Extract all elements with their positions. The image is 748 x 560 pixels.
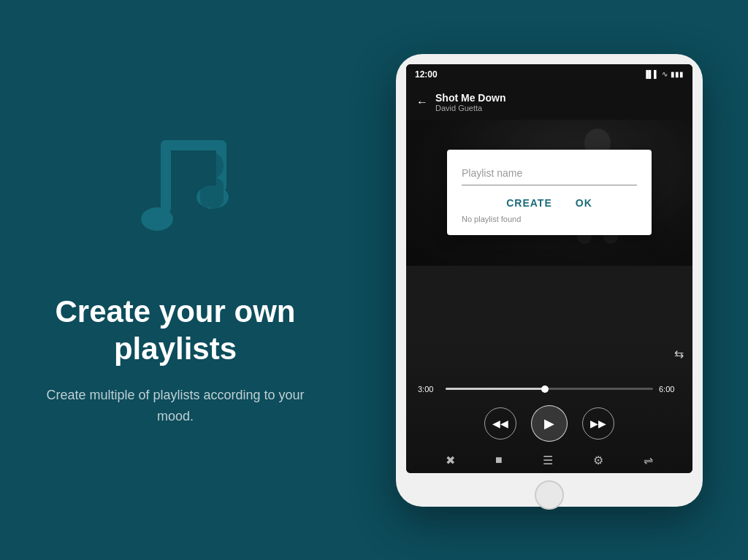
bottom-bar: ✖ ■ ☰ ⚙ ⇌	[418, 453, 681, 467]
battery-icon: ▮▮▮	[671, 70, 684, 78]
svg-rect-6	[200, 178, 224, 207]
song-header: ← Shot Me Down David Guetta	[406, 85, 692, 120]
back-arrow-icon[interactable]: ←	[416, 96, 428, 109]
left-panel: Create your own playlists Create multipl…	[0, 0, 351, 560]
music-note-icon	[110, 133, 241, 264]
svg-rect-1	[161, 140, 171, 213]
save-icon[interactable]: ■	[495, 453, 503, 467]
status-icons: ▐▌▌ ∿ ▮▮▮	[644, 70, 684, 78]
playlist-name-input[interactable]	[462, 164, 637, 185]
repeat-icon[interactable]: ⇌	[644, 453, 653, 467]
prev-button[interactable]: ◀◀	[484, 407, 516, 440]
progress-row: 3:00 6:00	[418, 385, 681, 394]
svg-rect-7	[197, 204, 207, 231]
status-time: 12:00	[415, 69, 438, 80]
total-time: 6:00	[659, 385, 681, 394]
song-title: Shot Me Down	[435, 92, 505, 104]
tablet-frame: 12:00 ▐▌▌ ∿ ▮▮▮ ← Shot Me Down David Gue…	[396, 54, 703, 507]
svg-point-3	[141, 207, 173, 231]
shuffle-icon[interactable]: ⇆	[674, 347, 684, 361]
playlist-icon[interactable]: ☰	[543, 453, 553, 467]
song-info: Shot Me Down David Guetta	[435, 92, 505, 112]
album-art: CREATE OK No playlist found	[406, 120, 692, 266]
svg-point-5	[200, 153, 224, 179]
tablet-home-button[interactable]	[535, 480, 564, 510]
no-playlist-text: No playlist found	[462, 215, 637, 223]
ok-button[interactable]: OK	[576, 197, 592, 209]
svg-rect-8	[210, 204, 221, 231]
progress-fill	[446, 388, 545, 390]
wifi-icon: ∿	[662, 70, 668, 78]
song-artist: David Guetta	[435, 104, 505, 112]
controls-row: ◀◀ ▶ ▶▶	[418, 405, 681, 442]
share-icon[interactable]: ✖	[446, 453, 455, 467]
status-bar: 12:00 ▐▌▌ ∿ ▮▮▮	[406, 64, 692, 85]
player-bottom: ⇆ 3:00 6:00 ◀◀ ▶ ▶▶	[406, 338, 692, 473]
progress-bar[interactable]	[446, 388, 653, 390]
dialog-overlay: CREATE OK No playlist found	[406, 120, 692, 266]
create-button[interactable]: CREATE	[506, 197, 552, 209]
tablet-screen: 12:00 ▐▌▌ ∿ ▮▮▮ ← Shot Me Down David Gue…	[406, 64, 692, 473]
play-button[interactable]: ▶	[531, 405, 568, 442]
signal-icon: ▐▌▌	[644, 70, 659, 78]
dialog-box: CREATE OK No playlist found	[447, 150, 652, 235]
dialog-buttons: CREATE OK	[462, 197, 637, 209]
equalizer-icon[interactable]: ⚙	[593, 453, 603, 467]
hero-subtitle: Create multiple of playlists according t…	[29, 385, 321, 427]
current-time: 3:00	[418, 385, 440, 394]
next-button[interactable]: ▶▶	[582, 407, 614, 440]
right-panel: 12:00 ▐▌▌ ∿ ▮▮▮ ← Shot Me Down David Gue…	[351, 0, 748, 560]
hero-title: Create your own playlists	[29, 294, 321, 367]
progress-thumb	[541, 386, 549, 393]
